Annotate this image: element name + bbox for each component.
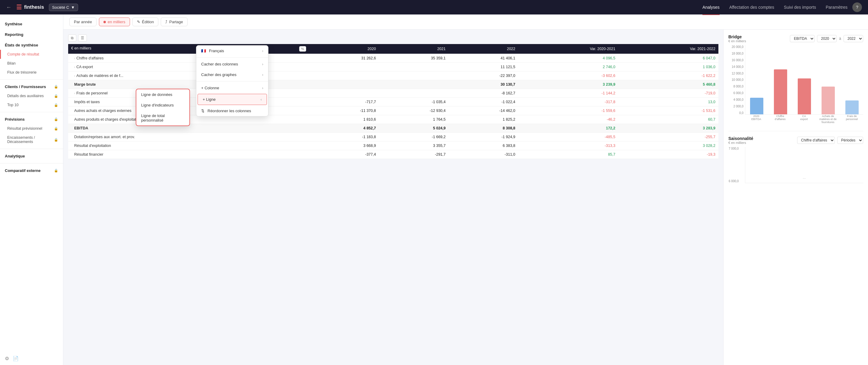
copy-tool-button[interactable]: ⧉ (68, 34, 76, 42)
header-currency-label: € en milliers (71, 46, 91, 50)
clients-label: Clients / Fournisseurs (5, 85, 46, 89)
avatar[interactable]: ? (852, 2, 862, 12)
sidebar-etats-label: États de synthèse (5, 43, 38, 48)
bridge-bar-ca (769, 45, 792, 114)
lock-icon-comp: 🔒 (54, 169, 58, 173)
row-label: ›Chiffre d'affaires (68, 54, 309, 63)
expand-icon[interactable]: › (74, 74, 75, 78)
en-milliers-label: en milliers (108, 20, 125, 24)
row-value: 4 096,5 (519, 54, 619, 63)
col-2022: 2022 (448, 44, 518, 54)
row-value: 60,7 (618, 115, 718, 124)
nav-links: Analyses Affectation des comptes Suivi d… (703, 4, 847, 11)
sidebar-item-compte-resultat[interactable]: Compte de résultat (0, 50, 63, 59)
sidebar-item-reporting[interactable]: Reporting (0, 30, 63, 39)
sidebar-item-resultat-prev[interactable]: Résultat prévisionnel 🔒 (0, 124, 63, 133)
partage-button[interactable]: ⤴ Partage (161, 18, 188, 26)
seasonality-metric-select[interactable]: Chiffre d'affaires (797, 136, 835, 144)
dropdown-reordonner[interactable]: ⇅ Réordonner les colonnes (196, 105, 268, 116)
col-2020: 2020 (309, 44, 379, 54)
main-content: Par année en milliers ✎ Édition ⤴ Partag… (63, 14, 868, 365)
cacher-graphes-label: Cacher des graphes (201, 72, 237, 77)
logo-icon: ☰ (16, 4, 22, 11)
row-value: 85,7 (519, 150, 619, 159)
nav-parametres[interactable]: Paramètres (826, 4, 847, 11)
row-value (309, 80, 379, 89)
dropdown-cacher-graphes[interactable]: Cacher des graphes › (196, 69, 268, 80)
content-area: ⧉ ☰ € en milliers % 2020 2021 2022 (63, 30, 868, 365)
table-tools: ⧉ ☰ (68, 34, 718, 42)
sidebar-footer: ⚙ 📄 (0, 356, 63, 361)
row-value (379, 89, 448, 98)
sidebar-item-encaissements[interactable]: Encaissements / Décaissements 🔒 (0, 133, 63, 146)
header-label-cell: € en milliers % (68, 44, 309, 54)
y-label-0: 20 000,0 (728, 45, 743, 49)
row-value: -377,4 (309, 150, 379, 159)
sub-item-ligne-total[interactable]: Ligne de total personnalisé (136, 111, 189, 125)
reordonner-label: Réordonner les colonnes (208, 109, 251, 113)
row-value: 3 355,7 (379, 142, 448, 150)
y-label-9: 2 000,0 (728, 105, 743, 108)
row-value: 13,0 (618, 98, 718, 107)
bridge-bar-achats (817, 45, 839, 114)
seasonality-period-select[interactable]: Périodes (837, 136, 863, 144)
sidebar-item-synthese[interactable]: Synthèse (0, 19, 63, 29)
table-row: Dotation/reprises aux amort. et prov.-1 … (68, 133, 718, 142)
expand-icon[interactable]: › (74, 65, 75, 69)
lock-icon-top10: 🔒 (54, 103, 58, 107)
row-value: 35 359,1 (379, 54, 448, 63)
settings-icon[interactable]: ⚙ (5, 356, 9, 361)
sidebar-item-analytique[interactable]: Analytique (0, 151, 63, 161)
back-button[interactable]: ← (6, 4, 11, 10)
chevron-right-icon-5: ‹ (260, 97, 262, 102)
sidebar-item-bilan[interactable]: Bilan (0, 59, 63, 68)
edition-button[interactable]: ✎ Édition (132, 18, 159, 26)
sidebar-item-flux[interactable]: Flux de trésorerie (0, 68, 63, 77)
expand-icon[interactable]: › (74, 57, 75, 60)
row-value: 5 024,9 (379, 124, 448, 133)
company-selector[interactable]: Société C ▼ (49, 4, 78, 11)
sidebar-item-details[interactable]: Détails des auxiliaires 🔒 (0, 91, 63, 100)
resultat-prev-label: Résultat prévisionnel (7, 126, 42, 131)
document-icon[interactable]: 📄 (13, 356, 19, 361)
par-annee-label: Par année (74, 20, 92, 24)
bridge-to-year-select[interactable]: 2022 (843, 35, 863, 42)
row-value: 1 810,6 (309, 115, 379, 124)
sidebar-item-top10[interactable]: Top 10 🔒 (0, 100, 63, 110)
row-value: -14 462,0 (448, 107, 518, 115)
y-label-10: 0,0 (728, 111, 743, 115)
dropdown-francais[interactable]: 🇫🇷 Français › (196, 45, 268, 56)
row-value (309, 89, 379, 98)
dropdown-divider-1 (196, 57, 268, 58)
dropdown-colonne[interactable]: + Colonne › (196, 83, 268, 93)
active-dot (103, 21, 106, 23)
table-row: Résultat d'exploitation3 668,93 355,76 3… (68, 142, 718, 150)
en-milliers-button[interactable]: en milliers (99, 18, 130, 26)
nav-analyses[interactable]: Analyses (703, 4, 720, 11)
bridge-controls: EBITDA 2020 à 2022 (790, 35, 863, 42)
row-value: 11 121,5 (448, 63, 518, 71)
seasonality-y-axis: 7 000,0 6 000,0 (728, 147, 739, 183)
nav-suivi[interactable]: Suivi des imports (784, 4, 816, 11)
pct-toggle-button[interactable]: % (299, 46, 306, 52)
expand-icon[interactable]: › (74, 92, 75, 95)
list-tool-button[interactable]: ☰ (78, 34, 87, 42)
dropdown-cacher-colonnes[interactable]: Cacher des colonnes › (196, 59, 268, 69)
reorder-icon: ⇅ (201, 109, 205, 113)
bridge-metric-select[interactable]: EBITDA (790, 35, 815, 42)
lock-icon-prev: 🔒 (54, 117, 58, 121)
sidebar-item-etats[interactable]: États de synthèse (0, 40, 63, 50)
nav-affectation[interactable]: Affectation des comptes (729, 4, 774, 11)
sidebar-item-previsions[interactable]: Prévisions 🔒 (0, 115, 63, 124)
sub-item-ligne-indicateurs[interactable]: Ligne d'indicateurs (136, 100, 189, 111)
sub-item-ligne-donnees[interactable]: Ligne de données (136, 89, 189, 100)
sidebar-item-clients[interactable]: Clients / Fournisseurs 🔒 (0, 82, 63, 91)
dropdown-ligne[interactable]: + Ligne ‹ (197, 94, 267, 105)
row-label: Résultat d'exploitation (68, 142, 309, 150)
row-value: 3 239,9 (519, 80, 619, 89)
sidebar-item-comparatif[interactable]: Comparatif externe 🔒 (0, 166, 63, 175)
bar-ebitda (750, 98, 763, 114)
bridge-from-year-select[interactable]: 2020 (817, 35, 837, 42)
table-row: ›CA export11 121,52 746,01 036,0 (68, 63, 718, 71)
par-annee-button[interactable]: Par année (69, 18, 96, 26)
